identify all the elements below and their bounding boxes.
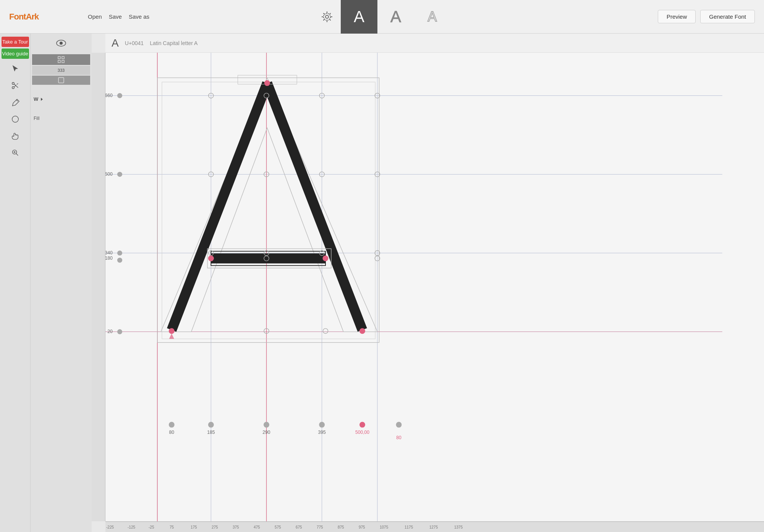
sidebar: Take a Tour Video guide xyxy=(0,34,31,532)
vertical-ruler xyxy=(92,53,105,521)
char-tab-filled[interactable]: A xyxy=(341,0,377,34)
svg-point-1 xyxy=(324,13,330,20)
guide-node-660-left[interactable] xyxy=(117,93,122,98)
file-open[interactable]: Open xyxy=(88,13,102,20)
settings-button[interactable] xyxy=(313,0,341,34)
fill-label-row: Fill xyxy=(31,113,92,123)
file-menu: Open Save Save as xyxy=(88,13,149,20)
y-label-20: 20 xyxy=(107,329,113,334)
grid-icon xyxy=(57,56,65,63)
svg-line-6 xyxy=(16,84,18,85)
x-node-185[interactable] xyxy=(208,422,214,428)
svg-rect-16 xyxy=(62,57,64,59)
zoom-icon xyxy=(11,149,19,157)
x-label-80-accent: 80 xyxy=(396,435,401,440)
svg-line-7 xyxy=(16,100,18,102)
char-tab-double-outline[interactable]: A xyxy=(414,0,451,34)
svg-text:175: 175 xyxy=(191,525,197,529)
x-node-395[interactable] xyxy=(319,422,325,428)
svg-point-14 xyxy=(60,42,63,45)
video-guide-button[interactable]: Video guide xyxy=(2,49,29,59)
char-tab-filled-label: A xyxy=(354,8,364,26)
drawing-canvas[interactable]: 80 185 290 395 500,00 80 660 500 340 180… xyxy=(105,53,764,521)
crossbar-left-node[interactable] xyxy=(208,255,214,261)
char-tab-double-label: A xyxy=(427,9,437,25)
apex-node-pink[interactable] xyxy=(264,80,270,86)
left-panel: 333 W Fill xyxy=(31,34,92,532)
svg-text:775: 775 xyxy=(317,525,323,529)
guide-node-20-left[interactable] xyxy=(117,329,122,334)
topbar: FontArk Open Save Save as A A A Preview … xyxy=(0,0,764,34)
scissors-icon xyxy=(11,81,19,90)
y-label-500: 500 xyxy=(105,171,113,177)
hand-tool-button[interactable] xyxy=(6,128,24,144)
dark-panel xyxy=(32,54,90,65)
pen-tool-button[interactable] xyxy=(6,95,24,110)
crossbar-right-node[interactable] xyxy=(323,255,329,261)
x-label-80: 80 xyxy=(169,430,175,435)
foot-right-node[interactable] xyxy=(359,328,365,334)
file-save[interactable]: Save xyxy=(109,13,122,20)
guide-node-500-left[interactable] xyxy=(117,172,122,177)
ruler-h-svg: -225 -125 -25 75 175 275 375 475 575 675… xyxy=(105,522,764,532)
character-name: Latin Capital letter A xyxy=(150,40,197,46)
svg-text:575: 575 xyxy=(275,525,281,529)
y-label-660: 660 xyxy=(105,93,113,98)
svg-text:75: 75 xyxy=(170,525,174,529)
w-label-row: W xyxy=(31,95,92,103)
x-node-500-pink[interactable] xyxy=(359,422,365,428)
char-info-bar: A U+0041 Latin Capital letter A xyxy=(105,34,764,53)
svg-text:-125: -125 xyxy=(128,525,135,529)
svg-text:-25: -25 xyxy=(149,525,154,529)
generate-font-button[interactable]: Generate Font xyxy=(700,10,755,23)
logo-text: FontArk xyxy=(9,12,39,21)
svg-text:-225: -225 xyxy=(106,525,114,529)
svg-point-0 xyxy=(325,15,329,18)
app-logo: FontArk xyxy=(9,12,39,22)
fill-label: Fill xyxy=(34,116,39,121)
svg-point-8 xyxy=(12,116,18,123)
x-node-80[interactable] xyxy=(169,422,175,428)
x-label-395: 395 xyxy=(318,430,326,435)
svg-text:975: 975 xyxy=(359,525,365,529)
svg-rect-17 xyxy=(58,60,60,63)
preview-button[interactable]: Preview xyxy=(658,10,696,23)
x-node-290[interactable] xyxy=(264,422,269,428)
y-label-180: 180 xyxy=(105,255,113,261)
char-tab-outline-label: A xyxy=(390,8,401,26)
grid-controls: 333 xyxy=(31,53,92,86)
ellipse-tool-button[interactable] xyxy=(6,112,24,127)
guide-node-340-left[interactable] xyxy=(117,251,122,255)
svg-text:1375: 1375 xyxy=(454,525,463,529)
guide-node-180-left[interactable] xyxy=(117,258,122,263)
svg-line-4 xyxy=(14,84,18,88)
zoom-tool-button[interactable] xyxy=(6,145,24,160)
foot-left-node[interactable] xyxy=(169,328,175,334)
svg-rect-20 xyxy=(105,53,722,521)
x-label-290: 290 xyxy=(262,430,270,435)
gear-icon xyxy=(321,11,333,23)
eye-icon[interactable] xyxy=(56,39,66,47)
grid-value: 333 xyxy=(32,66,90,75)
horizontal-ruler: -225 -125 -25 75 175 275 375 475 575 675… xyxy=(105,521,764,532)
x-label-500: 500,00 xyxy=(355,430,369,435)
center-tools: A A A xyxy=(313,0,451,34)
hand-icon xyxy=(11,132,19,140)
x-node-extra[interactable] xyxy=(396,422,402,428)
svg-text:1275: 1275 xyxy=(429,525,438,529)
node-edit-tool-button[interactable] xyxy=(6,78,24,93)
dark-panel-2 xyxy=(32,76,90,85)
svg-text:875: 875 xyxy=(338,525,344,529)
grid-number: 333 xyxy=(58,68,65,73)
file-save-as[interactable]: Save as xyxy=(129,13,149,20)
select-tool-button[interactable] xyxy=(6,61,24,76)
arrow-right-icon xyxy=(40,97,44,101)
char-tab-outline[interactable]: A xyxy=(377,0,414,34)
ellipse-icon xyxy=(11,115,19,123)
x-label-185: 185 xyxy=(207,430,215,435)
svg-line-5 xyxy=(14,85,16,87)
take-tour-button[interactable]: Take a Tour xyxy=(2,37,29,47)
svg-text:675: 675 xyxy=(296,525,302,529)
svg-rect-19 xyxy=(58,78,64,83)
canvas-area[interactable]: A U+0041 Latin Capital letter A xyxy=(105,34,764,532)
